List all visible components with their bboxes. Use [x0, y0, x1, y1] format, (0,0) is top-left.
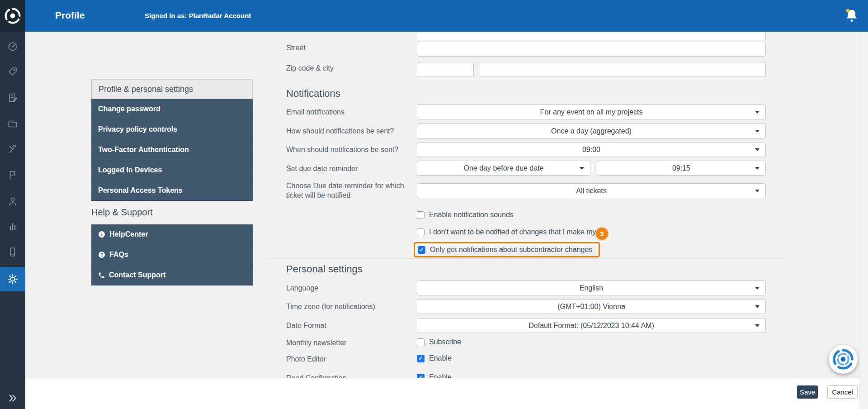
- planradar-watermark-logo: [829, 345, 858, 374]
- menu-item-logged-in-devices[interactable]: Logged In Devices: [91, 160, 253, 181]
- statistics-icon[interactable]: [0, 216, 25, 238]
- select-value: One day before due date: [463, 164, 543, 172]
- topbar: Profile Signed in as: PlanRadar Account: [0, 0, 868, 32]
- language-label: Language: [286, 284, 318, 292]
- svg-text:?: ?: [100, 252, 103, 257]
- street-input[interactable]: [417, 42, 766, 57]
- section-divider: [269, 83, 784, 83]
- select-value: Once a day (aggregated): [551, 127, 632, 135]
- speedometer-icon[interactable]: [0, 36, 25, 57]
- chevron-down-icon: [755, 111, 760, 114]
- photo-editor-enable-label: Enable: [429, 354, 452, 362]
- newsletter-row: Subscribe: [417, 338, 461, 346]
- menu-header-profile-settings[interactable]: Profile & personal settings: [91, 79, 253, 99]
- street-label: Street: [286, 44, 306, 52]
- chevron-down-icon: [755, 305, 760, 308]
- phone-icon: [98, 272, 105, 279]
- vertical-scrollbar[interactable]: [859, 32, 868, 409]
- subcontractor-changes-checkbox[interactable]: [418, 246, 425, 254]
- self-changes-row: I don't want to be notified of changes t…: [417, 228, 596, 236]
- photo-editor-label: Photo Editor: [286, 355, 326, 363]
- due-date-time-select[interactable]: 09:15: [597, 161, 766, 176]
- flag-icon[interactable]: [0, 164, 25, 186]
- menu-item-faqs[interactable]: ? FAQs: [91, 245, 253, 265]
- menu-item-label: Logged In Devices: [98, 166, 162, 174]
- chevron-down-icon: [755, 190, 760, 192]
- menu-item-label: Privacy policy controls: [98, 125, 177, 133]
- subcontractor-changes-label: Only get notifications about subcontract…: [430, 246, 592, 254]
- timezone-select[interactable]: (GMT+01:00) Vienna: [417, 299, 766, 314]
- email-notifications-label: Email notifications: [286, 108, 344, 116]
- newsletter-label: Monthly newsletter: [286, 339, 346, 347]
- device-icon[interactable]: [0, 241, 25, 263]
- tags-icon[interactable]: [0, 61, 25, 82]
- chevron-down-icon: [755, 287, 760, 290]
- select-value: 09:15: [672, 164, 690, 172]
- chevron-down-icon: [755, 324, 760, 327]
- section-divider: [269, 258, 784, 259]
- save-button[interactable]: Save: [797, 385, 818, 399]
- menu-item-two-factor[interactable]: Two-Factor Authentication: [91, 140, 253, 160]
- zip-input[interactable]: [417, 62, 474, 77]
- self-changes-label: I don't want to be notified of changes t…: [429, 228, 596, 236]
- tools-icon[interactable]: [0, 138, 25, 160]
- planradar-logo-box: [0, 0, 25, 32]
- folder-icon[interactable]: [0, 113, 25, 134]
- date-format-label: Date Format: [286, 322, 326, 330]
- users-icon[interactable]: [0, 190, 25, 212]
- select-value: All tickets: [576, 187, 607, 195]
- self-changes-checkbox[interactable]: [417, 228, 425, 236]
- photo-editor-row: Enable: [417, 354, 452, 362]
- menu-item-label: Change password: [98, 105, 160, 113]
- due-date-reminder-select[interactable]: One day before due date: [417, 161, 590, 176]
- menu-item-label: HelpCenter: [109, 230, 148, 238]
- step-3-badge: 3: [596, 228, 608, 240]
- notifications-bell-icon[interactable]: [845, 8, 858, 23]
- menu-item-label: FAQs: [109, 251, 128, 259]
- menu-item-contact-support[interactable]: Contact Support: [91, 265, 253, 285]
- menu-header-label: Profile & personal settings: [99, 85, 193, 94]
- icon-sidebar: [0, 32, 25, 409]
- document-icon[interactable]: [0, 87, 25, 109]
- notification-time-label: When should notifications be sent?: [286, 146, 398, 154]
- settings-icon[interactable]: [0, 267, 25, 291]
- due-reminder-scope-label: Choose Due date reminder for which ticke…: [286, 181, 408, 200]
- photo-editor-checkbox[interactable]: [417, 355, 425, 362]
- cancel-button[interactable]: Cancel: [827, 385, 858, 399]
- date-format-select[interactable]: Default Format: (05/12/2023 10:44 AM): [417, 318, 766, 333]
- menu-item-helpcenter[interactable]: i HelpCenter: [91, 224, 253, 245]
- footer-bar: Save Cancel: [25, 378, 859, 409]
- city-input[interactable]: [480, 62, 766, 77]
- notification-frequency-select[interactable]: Once a day (aggregated): [417, 124, 766, 138]
- notification-sounds-label: Enable notification sounds: [429, 211, 514, 219]
- notification-sounds-row: Enable notification sounds: [417, 211, 514, 219]
- personal-settings-heading: Personal settings: [286, 263, 363, 275]
- due-reminder-scope-select[interactable]: All tickets: [417, 183, 766, 198]
- timezone-label: Time zone (for notifications): [286, 303, 375, 311]
- notification-time-select[interactable]: 09:00: [417, 142, 766, 157]
- chevron-down-icon: [755, 167, 760, 170]
- menu-item-privacy-policy[interactable]: Privacy policy controls: [91, 119, 253, 140]
- menu-item-label: Contact Support: [109, 271, 165, 279]
- expand-sidebar-icon[interactable]: [0, 387, 25, 409]
- chevron-down-icon: [755, 130, 760, 133]
- notification-frequency-label: How should notifications be sent?: [286, 127, 394, 135]
- menu-item-change-password[interactable]: Change password: [91, 99, 253, 119]
- email-notifications-select[interactable]: For any event on all my projects: [417, 105, 766, 119]
- app: Profile Signed in as: PlanRadar Account: [0, 0, 868, 409]
- select-value: Default Format: (05/12/2023 10:44 AM): [528, 322, 654, 330]
- select-value: For any event on all my projects: [540, 108, 643, 116]
- highlighted-subcontractor-row: Only get notifications about subcontract…: [414, 242, 600, 257]
- language-select[interactable]: English: [417, 281, 766, 295]
- chevron-down-icon: [580, 167, 584, 170]
- menu-item-label: Personal Access Tokens: [98, 186, 183, 195]
- planradar-logo-icon: [4, 7, 22, 25]
- chevron-down-icon: [755, 148, 760, 151]
- help-support-heading: Help & Support: [91, 207, 153, 218]
- select-value: English: [580, 284, 603, 292]
- notifications-heading: Notifications: [286, 88, 340, 100]
- menu-item-personal-access-tokens[interactable]: Personal Access Tokens: [91, 181, 253, 201]
- newsletter-checkbox[interactable]: [417, 338, 425, 346]
- select-value: 09:00: [582, 146, 600, 154]
- notification-sounds-checkbox[interactable]: [417, 211, 425, 219]
